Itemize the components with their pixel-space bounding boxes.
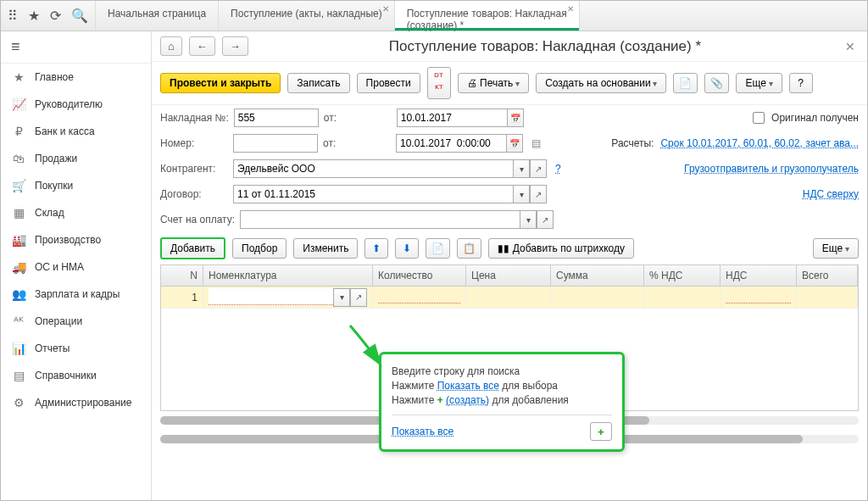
change-button[interactable]: Изменить — [293, 238, 358, 259]
show-all-footer-link[interactable]: Показать все — [392, 426, 453, 437]
show-all-link[interactable]: Показать все — [437, 380, 499, 392]
original-received-checkbox[interactable] — [753, 112, 765, 124]
nomenclature-hint-popup: Введите строку для поиска Нажмите Показа… — [379, 352, 625, 452]
sidebar-item-catalogs[interactable]: ▤Справочники — [1, 362, 151, 389]
shipper-link[interactable]: Грузоотправитель и грузополучатель — [684, 163, 859, 175]
top-bar: ⠿ ★ ⟳ 🔍 Начальная страница Поступление (… — [1, 1, 867, 31]
tab-close-icon[interactable]: ✕ — [382, 4, 389, 14]
paste-button[interactable]: 📋 — [457, 238, 481, 259]
col-vat-percent[interactable]: % НДС — [644, 265, 721, 286]
create-button[interactable]: + — [590, 422, 612, 441]
print-button[interactable]: 🖨 Печать — [458, 73, 529, 93]
post-and-close-button[interactable]: Провести и закрыть — [160, 73, 281, 93]
add-barcode-button[interactable]: ▮▮ Добавить по штрихкоду — [488, 238, 634, 259]
col-sum[interactable]: Сумма — [551, 265, 644, 286]
calendar-icon[interactable]: 📅 — [507, 109, 524, 127]
sidebar-item-warehouse[interactable]: ▦Склад — [1, 199, 151, 226]
table-row[interactable]: 1 ▾ ↗ — [161, 287, 858, 309]
close-icon[interactable]: ✕ — [842, 40, 859, 53]
help-button[interactable]: ? — [789, 73, 813, 93]
invoice-no-input[interactable] — [234, 109, 319, 127]
history-icon[interactable]: ⟳ — [50, 8, 61, 24]
sidebar-item-main[interactable]: ★Главное — [1, 64, 151, 91]
tab-current-document[interactable]: Поступление товаров: Накладная(создание)… — [395, 1, 580, 31]
create-based-button[interactable]: Создать на основании — [536, 73, 666, 93]
col-nds[interactable]: НДС — [721, 265, 797, 286]
tab-receipts[interactable]: Поступление (акты, накладные)✕ — [219, 1, 395, 31]
sidebar-item-assets[interactable]: 🚚ОС и НМА — [1, 253, 151, 281]
from-label: от: — [324, 112, 392, 124]
invoice-date-input[interactable] — [397, 109, 507, 127]
invoice-no-label: Накладная №: — [160, 112, 229, 124]
move-up-button[interactable]: ⬆ — [364, 238, 388, 259]
select-button[interactable]: Подбор — [232, 238, 287, 259]
contract-input[interactable] — [233, 185, 513, 203]
move-down-button[interactable]: ⬇ — [395, 238, 419, 259]
vat-link[interactable]: НДС сверху — [803, 188, 859, 200]
star-icon[interactable]: ★ — [28, 8, 40, 24]
boxes-icon: ▦ — [11, 206, 26, 220]
create-link[interactable]: (создать) — [446, 394, 489, 406]
col-nomenclature[interactable]: Номенклатура — [203, 265, 373, 286]
dt-kt-button[interactable]: ᴰᵀᴷᵀ — [427, 67, 451, 99]
original-received-label: Оригинал получен — [771, 112, 859, 124]
col-price[interactable]: Цена — [466, 265, 551, 286]
dropdown-button[interactable]: ▾ — [513, 159, 530, 178]
back-button[interactable]: ← — [189, 36, 215, 56]
dropdown-button[interactable]: ▾ — [333, 288, 350, 307]
table-more-button[interactable]: Еще — [813, 238, 859, 259]
more-button[interactable]: Еще — [736, 73, 782, 93]
calc-label: Расчеты: — [611, 137, 654, 149]
sidebar-item-admin[interactable]: ⚙Администрирование — [1, 389, 151, 416]
copy-button[interactable]: 📄 — [426, 238, 450, 259]
sidebar-item-sales[interactable]: 🛍Продажи — [1, 145, 151, 172]
sidebar-item-operations[interactable]: ᴬᴷОперации — [1, 308, 151, 335]
write-button[interactable]: Записать — [287, 73, 349, 93]
sidebar-item-salary[interactable]: 👥Зарплата и кадры — [1, 281, 151, 308]
chart-icon: 📈 — [11, 97, 26, 111]
open-button[interactable]: ↗ — [537, 210, 554, 229]
nomenclature-input[interactable] — [209, 288, 333, 305]
hint-search: Введите строку для поиска — [392, 365, 612, 377]
sidebar-item-reports[interactable]: 📊Отчеты — [1, 335, 151, 362]
sidebar-item-bank[interactable]: ₽Банк и касса — [1, 118, 151, 145]
barchart-icon: 📊 — [11, 342, 26, 355]
dropdown-button[interactable]: ▾ — [520, 210, 537, 229]
apps-icon[interactable]: ⠿ — [8, 8, 18, 24]
number-label: Номер: — [160, 137, 228, 149]
calc-link[interactable]: Срок 10.01.2017, 60.01, 60.02, зачет ава… — [660, 137, 859, 149]
open-button[interactable]: ↗ — [530, 159, 547, 178]
col-total[interactable]: Всего — [797, 265, 858, 286]
sidebar-item-purchases[interactable]: 🛒Покупки — [1, 172, 151, 199]
add-row-button[interactable]: Добавить — [160, 237, 225, 259]
quantity-input[interactable] — [378, 292, 460, 303]
counterparty-input[interactable] — [233, 159, 513, 178]
gear-icon: ⚙ — [11, 396, 26, 409]
datetime-input[interactable] — [396, 134, 506, 153]
sidebar-item-production[interactable]: 🏭Производство — [1, 226, 151, 253]
row-number: 1 — [161, 287, 203, 308]
help-icon[interactable]: ? — [555, 163, 561, 175]
home-button[interactable]: ⌂ — [160, 36, 182, 56]
menu-toggle-icon[interactable]: ≡ — [1, 31, 151, 64]
payment-account-input[interactable] — [240, 210, 520, 229]
forward-button[interactable]: → — [222, 36, 248, 56]
from-label-2: от: — [323, 137, 391, 149]
dropdown-button[interactable]: ▾ — [513, 185, 530, 203]
post-button[interactable]: Провести — [357, 73, 420, 93]
col-quantity[interactable]: Количество — [373, 265, 466, 286]
calendar-icon[interactable]: 📅 — [506, 134, 523, 153]
sidebar-item-executive[interactable]: 📈Руководителю — [1, 91, 151, 118]
number-input[interactable] — [233, 134, 318, 153]
open-button[interactable]: ↗ — [530, 185, 547, 203]
attach-clip-button[interactable]: 📎 — [704, 73, 729, 93]
search-icon[interactable]: 🔍 — [71, 8, 88, 24]
tab-start-page[interactable]: Начальная страница — [96, 1, 219, 31]
open-button[interactable]: ↗ — [350, 288, 367, 307]
page-title: Поступление товаров: Накладная (создание… — [255, 38, 835, 55]
nds-input[interactable] — [726, 292, 791, 303]
list-icon[interactable]: ▤ — [531, 137, 541, 149]
attach-doc-button[interactable]: 📄 — [673, 73, 698, 93]
col-n[interactable]: N — [161, 265, 203, 286]
tab-close-icon[interactable]: ✕ — [567, 4, 574, 14]
